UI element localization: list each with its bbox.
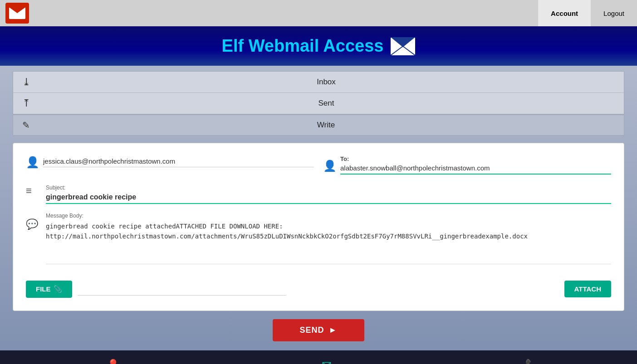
from-person-icon: 👤 xyxy=(26,156,39,169)
body-icon: 💬 xyxy=(26,218,39,230)
site-footer: 📍 Christmas Town, NP ✉ support@northpole… xyxy=(0,350,637,364)
header-envelope-icon xyxy=(391,37,415,55)
inbox-row[interactable]: ⤓ Inbox xyxy=(13,72,624,93)
from-input[interactable] xyxy=(43,155,314,167)
logo[interactable] xyxy=(5,3,29,24)
account-button[interactable]: Account xyxy=(538,0,591,26)
compose-card: 👤 👤 To: ≡ Subject: xyxy=(13,143,624,311)
to-input[interactable] xyxy=(340,162,611,175)
file-side: FILE 📎 xyxy=(26,281,286,298)
body-row: 💬 Message Body: gingerbread cookie recip… xyxy=(26,211,611,266)
phone-icon: 📞 xyxy=(525,359,539,364)
mailbox-section: ⤓ Inbox ⤒ Sent xyxy=(13,71,624,115)
inbox-icon: ⤓ xyxy=(22,76,30,88)
inbox-label: Inbox xyxy=(38,78,615,87)
sent-row[interactable]: ⤒ Sent xyxy=(13,93,624,114)
top-nav: Account Logout xyxy=(0,0,637,26)
site-title: Elf Webmail Access xyxy=(222,36,416,56)
footer-phone: 📞 123-456-7890 xyxy=(514,359,550,364)
write-icon: ✎ xyxy=(22,120,30,131)
subject-row: ≡ Subject: xyxy=(26,183,611,204)
location-icon: 📍 xyxy=(106,359,120,364)
main-area: ⤓ Inbox ⤒ Sent ✎ Write 👤 👤 xyxy=(0,66,637,350)
send-button[interactable]: SEND ► xyxy=(273,319,365,341)
footer-email: ✉ support@northpolechristmastown.com xyxy=(276,359,377,364)
site-header: Elf Webmail Access xyxy=(0,26,637,66)
sent-label: Sent xyxy=(38,99,615,108)
write-label: Write xyxy=(37,121,615,130)
attach-button[interactable]: ATTACH xyxy=(564,281,611,297)
subject-icon: ≡ xyxy=(26,185,39,197)
logo-envelope-icon xyxy=(9,7,25,19)
to-label: To: xyxy=(340,155,611,162)
logout-button[interactable]: Logout xyxy=(591,0,637,26)
body-textarea[interactable]: gingerbread cookie recipe attachedATTACH… xyxy=(46,219,611,264)
file-input-field[interactable] xyxy=(78,283,286,296)
nav-buttons: Account Logout xyxy=(538,0,637,26)
file-button[interactable]: FILE 📎 xyxy=(26,281,72,298)
to-person-icon: 👤 xyxy=(323,160,336,172)
file-attach-row: FILE 📎 ATTACH xyxy=(26,277,611,298)
write-row[interactable]: ✎ Write xyxy=(13,115,624,136)
from-to-row: 👤 👤 To: xyxy=(26,154,611,176)
footer-location: 📍 Christmas Town, NP xyxy=(87,359,140,364)
send-arrow-icon: ► xyxy=(329,325,338,335)
subject-input[interactable] xyxy=(46,191,611,204)
send-row: SEND ► xyxy=(13,319,624,341)
subject-label: Subject: xyxy=(46,184,65,191)
paperclip-icon: 📎 xyxy=(54,285,62,293)
sent-icon: ⤒ xyxy=(22,97,30,109)
body-label: Message Body: xyxy=(46,213,83,219)
footer-email-icon: ✉ xyxy=(322,359,332,364)
